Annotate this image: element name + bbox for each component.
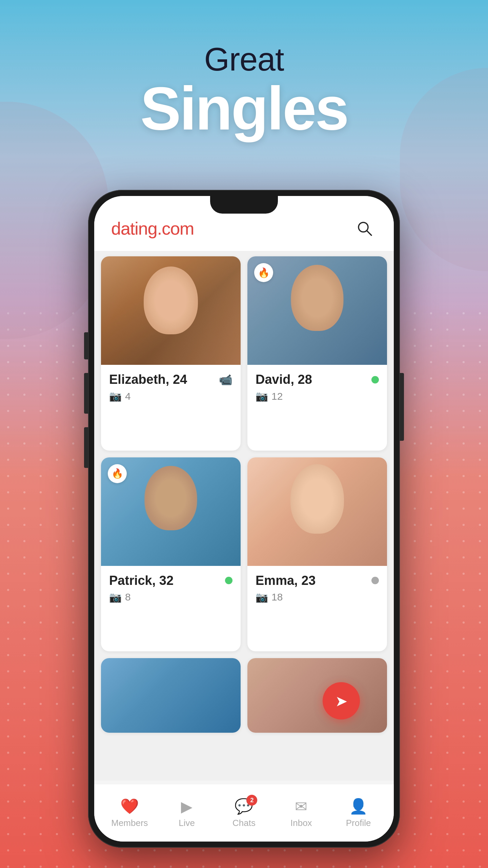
status-online-patrick [225, 577, 232, 584]
headline-singles: Singles [0, 78, 488, 139]
hot-badge-david: 🔥 [254, 263, 273, 282]
profile-photos-david: 📷 12 [256, 390, 379, 402]
profile-name-row-elizabeth: Elizabeth, 24 📹 [109, 372, 232, 387]
status-offline-emma [371, 577, 379, 584]
profile-name-elizabeth: Elizabeth, 24 [109, 372, 187, 387]
inbox-icon: ✉ [295, 798, 307, 815]
profile-info-elizabeth: Elizabeth, 24 📹 📷 4 [101, 365, 241, 408]
nav-members-label: Members [111, 818, 148, 828]
profile-card-david[interactable]: 🔥 David, 28 📷 12 [247, 256, 387, 451]
hot-badge-patrick: 🔥 [108, 464, 127, 483]
profile-card-p6[interactable] [247, 658, 387, 733]
logo-dot: i [135, 219, 138, 238]
profile-info-emma: Emma, 23 📷 18 [247, 566, 387, 609]
nav-live[interactable]: ▶ Live [158, 798, 216, 828]
profile-img-emma [247, 457, 387, 566]
profile-photos-elizabeth: 📷 4 [109, 390, 232, 402]
headline: Great Singles [0, 41, 488, 139]
profile-card-p5[interactable] [101, 658, 241, 733]
logo-text-dating: dat [111, 219, 135, 238]
app-logo: dating.com [111, 218, 194, 239]
profile-img-p6 [247, 658, 387, 733]
profile-name-patrick: Patrick, 32 [109, 573, 174, 588]
fab-send[interactable]: ➤ [323, 682, 360, 719]
phone-notch [210, 196, 278, 214]
chats-badge: 2 [246, 795, 257, 806]
photo-count-david: 12 [271, 391, 283, 402]
profile-name-emma: Emma, 23 [256, 573, 316, 588]
profile-img-elizabeth [101, 256, 241, 365]
profile-photos-patrick: 📷 8 [109, 591, 232, 603]
nav-inbox[interactable]: ✉ Inbox [272, 798, 330, 828]
photo-count-elizabeth: 4 [125, 391, 131, 402]
profile-img-david: 🔥 [247, 256, 387, 365]
search-icon [356, 220, 373, 237]
chat-icon: 💬 2 [235, 797, 253, 815]
video-icon-elizabeth: 📹 [219, 373, 232, 386]
profile-photos-emma: 📷 18 [256, 591, 379, 603]
profile-name-row-patrick: Patrick, 32 [109, 573, 232, 588]
profile-card-emma[interactable]: Emma, 23 📷 18 [247, 457, 387, 652]
profile-icon: 👤 [349, 797, 368, 815]
volume-up-button [84, 332, 88, 359]
profile-info-patrick: Patrick, 32 📷 8 [101, 566, 241, 609]
nav-chats-label: Chats [232, 818, 256, 828]
logo-text-ng: ng.com [138, 219, 194, 238]
profile-img-patrick: 🔥 [101, 457, 241, 566]
camera-icon-david: 📷 [256, 390, 268, 402]
nav-profile[interactable]: 👤 Profile [330, 797, 387, 828]
svg-line-1 [367, 231, 371, 235]
camera-icon-patrick: 📷 [109, 591, 122, 603]
profile-img-p5 [101, 658, 241, 733]
camera-icon-elizabeth: 📷 [109, 390, 122, 402]
fab-send-icon: ➤ [335, 692, 348, 710]
status-online-david [371, 376, 379, 383]
profile-card-elizabeth[interactable]: Elizabeth, 24 📹 📷 4 [101, 256, 241, 451]
volume-down-button [84, 373, 88, 414]
photo-count-patrick: 8 [125, 591, 131, 603]
nav-inbox-label: Inbox [290, 818, 312, 828]
power-button [400, 373, 404, 441]
bottom-nav: ❤️ Members ▶ Live 💬 2 Chats ✉ Inbox 👤 [94, 784, 394, 842]
camera-icon-emma: 📷 [256, 591, 268, 603]
nav-members[interactable]: ❤️ Members [101, 797, 158, 828]
phone-frame: dating.com Elizabeth, 24 📹 [88, 190, 400, 848]
nav-live-label: Live [179, 818, 195, 828]
profile-info-david: David, 28 📷 12 [247, 365, 387, 408]
search-button[interactable] [352, 216, 377, 241]
heart-icon: ❤️ [120, 797, 139, 815]
nav-chats[interactable]: 💬 2 Chats [216, 797, 273, 828]
headline-great: Great [0, 41, 488, 78]
nav-profile-label: Profile [346, 818, 371, 828]
profile-name-row-david: David, 28 [256, 372, 379, 387]
profile-name-row-emma: Emma, 23 [256, 573, 379, 588]
profile-name-david: David, 28 [256, 372, 312, 387]
photo-count-emma: 18 [271, 591, 283, 603]
profile-card-patrick[interactable]: 🔥 Patrick, 32 📷 8 [101, 457, 241, 652]
play-icon: ▶ [181, 798, 192, 815]
silent-switch [84, 427, 88, 468]
phone-screen: dating.com Elizabeth, 24 📹 [94, 196, 394, 842]
